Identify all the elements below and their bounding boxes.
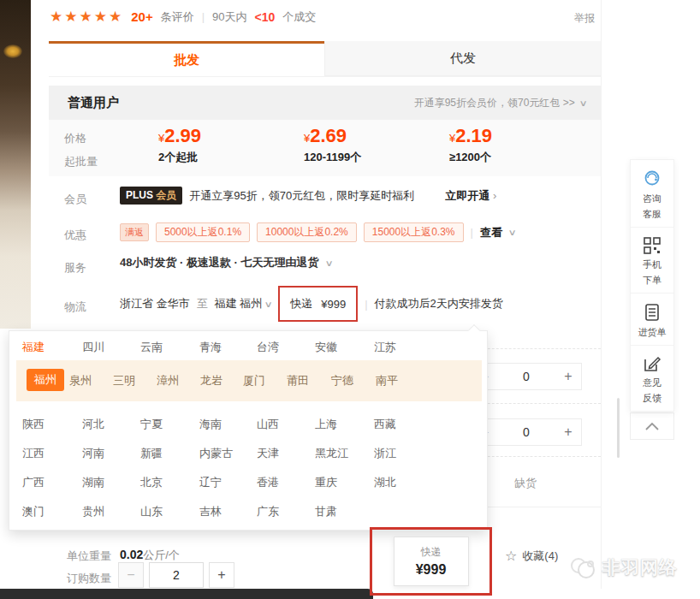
city-item[interactable]: 南平 bbox=[376, 373, 398, 388]
rebate-tag-3: 15000以上返0.3% bbox=[364, 222, 464, 242]
province-item[interactable]: 浙江 bbox=[374, 446, 396, 461]
province-item[interactable]: 贵州 bbox=[82, 504, 104, 519]
weight-unit: 公斤/个 bbox=[143, 549, 180, 561]
province-item[interactable]: 北京 bbox=[140, 475, 163, 490]
province-item[interactable]: 云南 bbox=[140, 340, 163, 355]
sidebar-item-feedback[interactable]: 意见 反馈 bbox=[631, 346, 673, 411]
province-item[interactable]: 四川 bbox=[82, 340, 104, 355]
province-row-4: 广西 湖南 北京 辽宁 香港 重庆 湖北 bbox=[9, 475, 487, 489]
unit-weight-value: 0.02公斤/个 bbox=[120, 548, 180, 563]
chevron-down-icon[interactable]: ∨ bbox=[324, 258, 333, 268]
sidebar-item-label: 咨询 bbox=[643, 193, 661, 205]
province-item[interactable]: 河北 bbox=[82, 417, 104, 432]
deal-count: <10 bbox=[255, 10, 276, 24]
report-link[interactable]: 举报 bbox=[574, 11, 595, 26]
tier-qty: ≥1200个 bbox=[449, 150, 578, 165]
province-item[interactable]: 山西 bbox=[257, 417, 279, 432]
plus-member-badge: PLUS 会员 bbox=[120, 187, 182, 205]
province-item[interactable]: 安徽 bbox=[315, 340, 337, 355]
scrollbar-fragment[interactable] bbox=[617, 398, 620, 458]
sku-quantity-value[interactable]: 0 bbox=[497, 370, 555, 383]
province-item[interactable]: 重庆 bbox=[315, 475, 337, 490]
province-row-3: 江西 河南 新疆 内蒙古 天津 黑龙江 浙江 bbox=[9, 446, 487, 460]
chevron-down-icon[interactable]: ∨ bbox=[507, 228, 516, 237]
province-item[interactable]: 新疆 bbox=[140, 446, 163, 461]
sidebar-item-label: 手机 bbox=[643, 258, 661, 270]
sidebar-item-purchase-list[interactable]: 进货单 bbox=[631, 294, 673, 346]
member-benefit-text: 开通立享95折，领70元红包，限时享延时福利 bbox=[189, 188, 414, 204]
unit-weight-label: 单位重量 bbox=[67, 549, 111, 564]
divider: | bbox=[471, 226, 473, 239]
card-right-border bbox=[601, 0, 602, 589]
weight-number: 0.02 bbox=[120, 548, 143, 561]
order-qty-label: 订购数量 bbox=[67, 571, 111, 586]
tier-price: 2.69 bbox=[310, 125, 347, 146]
minus-button[interactable]: − bbox=[118, 562, 144, 588]
plus-button[interactable]: + bbox=[555, 424, 581, 440]
service-text: 48小时发货 · 极速退款 · 七天无理由退货 bbox=[120, 255, 319, 270]
province-item[interactable]: 陕西 bbox=[22, 417, 44, 432]
province-item[interactable]: 广东 bbox=[257, 504, 279, 519]
province-item[interactable]: 内蒙古 bbox=[199, 446, 233, 461]
province-item[interactable]: 河南 bbox=[82, 446, 104, 461]
quantity-input[interactable]: 2 bbox=[149, 562, 204, 588]
tab-wholesale[interactable]: 批发 bbox=[49, 41, 324, 76]
plus-button[interactable]: + bbox=[555, 369, 581, 384]
province-item[interactable]: 海南 bbox=[199, 417, 222, 432]
city-item[interactable]: 莆田 bbox=[287, 373, 309, 388]
province-item[interactable]: 广西 bbox=[22, 475, 44, 490]
sidebar-item-mobile-order[interactable]: 手机 下单 bbox=[631, 228, 673, 294]
rebate-tag-mini: 满返 bbox=[120, 223, 149, 241]
province-item[interactable]: 上海 bbox=[315, 417, 337, 432]
province-row-5: 澳门 贵州 山东 吉林 广东 甘肃 bbox=[9, 504, 487, 518]
chevron-down-icon: ∨ bbox=[578, 98, 587, 108]
open-membership-link[interactable]: 立即开通 › bbox=[445, 188, 496, 204]
member-promo-link[interactable]: 开通享95折会员价，领70元红包 >> ∨ bbox=[414, 96, 586, 110]
shipping-fee-tooltip: 快递 ¥999 bbox=[394, 537, 469, 586]
city-item[interactable]: 厦门 bbox=[243, 373, 265, 388]
province-item[interactable]: 天津 bbox=[257, 446, 279, 461]
province-item[interactable]: 湖南 bbox=[82, 475, 104, 490]
sku-quantity-value[interactable]: 0 bbox=[497, 425, 555, 439]
city-item[interactable]: 龙岩 bbox=[200, 373, 222, 388]
province-item[interactable]: 吉林 bbox=[199, 504, 222, 519]
sidebar-item-customer-service[interactable]: 咨询 客服 bbox=[631, 160, 673, 228]
rating-stars-icon: ★★★★★ bbox=[50, 8, 123, 26]
province-item[interactable]: 黑龙江 bbox=[315, 446, 348, 461]
view-coupons-link[interactable]: 查看 bbox=[480, 225, 502, 240]
province-item[interactable]: 江西 bbox=[22, 446, 44, 461]
dispatch-note: 付款成功后2天内安排发货 bbox=[375, 296, 503, 311]
plus-button[interactable]: + bbox=[209, 562, 234, 588]
province-item[interactable]: 澳门 bbox=[22, 504, 44, 519]
user-type-banner: 普通用户 开通享95折会员价，领70元红包 >> ∨ bbox=[49, 86, 602, 120]
city-item[interactable]: 三明 bbox=[113, 373, 135, 388]
province-item-selected[interactable]: 福建 bbox=[22, 340, 44, 355]
province-item[interactable]: 湖北 bbox=[374, 475, 396, 490]
province-item[interactable]: 山东 bbox=[140, 504, 163, 519]
city-item[interactable]: 宁德 bbox=[331, 373, 353, 388]
price-tier-section: 价格 起批量 ¥2.99 2个起批 ¥2.69 120-1199个 ¥2.19 … bbox=[49, 120, 602, 176]
city-item[interactable]: 漳州 bbox=[157, 373, 179, 388]
coupon-row: 满返 5000以上返0.1% 10000以上返0.2% 15000以上返0.3%… bbox=[120, 222, 515, 242]
review-count[interactable]: 20+ bbox=[131, 9, 152, 24]
shipping-fee-annotation-box: 快递 ¥999 bbox=[278, 286, 358, 322]
city-item[interactable]: 泉州 bbox=[69, 373, 92, 388]
province-item[interactable]: 青海 bbox=[199, 340, 222, 355]
province-item[interactable]: 江苏 bbox=[374, 340, 396, 355]
star-outline-icon: ☆ bbox=[505, 548, 517, 564]
province-item[interactable]: 甘肃 bbox=[315, 504, 337, 519]
favorite-button[interactable]: ☆ 收藏(4) bbox=[505, 548, 558, 564]
divider: | bbox=[365, 298, 367, 311]
province-item[interactable]: 辽宁 bbox=[199, 475, 222, 490]
province-item[interactable]: 香港 bbox=[257, 475, 279, 490]
tab-dropship[interactable]: 代发 bbox=[324, 41, 602, 76]
destination-selector[interactable]: 福建 福州 ∨ bbox=[215, 296, 272, 311]
shipping-tooltip-annotation-box: 快递 ¥999 bbox=[370, 527, 492, 596]
province-item[interactable]: 台湾 bbox=[257, 340, 279, 355]
region-dropdown-panel: 福建 四川 云南 青海 台湾 安徽 江苏 福州 泉州 三明 漳州 龙岩 厦门 莆… bbox=[9, 330, 488, 531]
back-to-top-button[interactable] bbox=[630, 412, 674, 440]
city-item-selected[interactable]: 福州 bbox=[27, 369, 64, 391]
deal-count-suffix: 个成交 bbox=[282, 9, 316, 25]
province-item[interactable]: 宁夏 bbox=[140, 417, 163, 432]
province-item[interactable]: 西藏 bbox=[374, 417, 396, 432]
